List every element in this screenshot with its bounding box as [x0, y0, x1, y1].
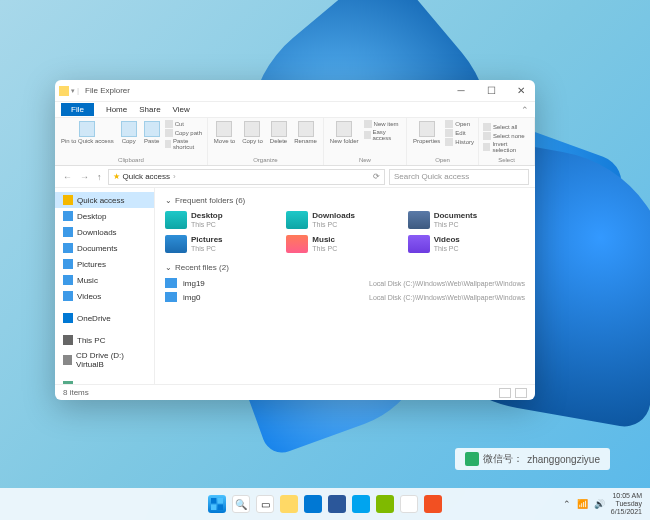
copy-path-icon: [165, 129, 173, 137]
documents-icon: [63, 243, 73, 253]
refresh-icon[interactable]: ⟳: [373, 172, 380, 181]
sidebar-item-quick-access[interactable]: Quick access: [55, 192, 154, 208]
invert-selection-button[interactable]: Invert selection: [483, 141, 530, 153]
tab-home[interactable]: Home: [106, 105, 127, 114]
edit-button[interactable]: Edit: [445, 129, 474, 137]
tab-file[interactable]: File: [61, 103, 94, 116]
move-to-button[interactable]: Move to: [212, 120, 237, 145]
open-icon: [445, 120, 453, 128]
sidebar-item-desktop[interactable]: Desktop: [55, 208, 154, 224]
frequent-folders-header[interactable]: ⌄Frequent folders (6): [165, 196, 525, 205]
clock[interactable]: 10:05 AMTuesday6/15/2021: [611, 492, 642, 515]
nav-forward-button[interactable]: →: [78, 172, 91, 182]
item-count: 8 items: [63, 388, 89, 397]
properties-button[interactable]: Properties: [411, 120, 442, 145]
nav-back-button[interactable]: ←: [61, 172, 74, 182]
folder-videos[interactable]: VideosThis PC: [408, 235, 525, 253]
address-bar[interactable]: ★ Quick access › ⟳: [108, 169, 386, 185]
new-item-button[interactable]: New item: [364, 120, 402, 128]
cd-icon: [63, 355, 72, 365]
open-button[interactable]: Open: [445, 120, 474, 128]
taskbar-search-icon[interactable]: 🔍: [232, 495, 250, 513]
sidebar-item-this-pc[interactable]: This PC: [55, 332, 154, 348]
nav-up-button[interactable]: ↑: [95, 172, 104, 182]
folder-desktop[interactable]: DesktopThis PC: [165, 211, 282, 229]
titlebar[interactable]: ▾| File Explorer ─ ☐ ✕: [55, 80, 535, 102]
downloads-icon: [63, 227, 73, 237]
folder-downloads[interactable]: DownloadsThis PC: [286, 211, 403, 229]
search-input[interactable]: Search Quick access: [389, 169, 529, 185]
taskbar[interactable]: 🔍 ▭ ⌃ 📶 🔊 10:05 AMTuesday6/15/2021: [0, 488, 650, 520]
delete-button[interactable]: Delete: [268, 120, 289, 145]
image-icon: [165, 292, 177, 302]
task-view-icon[interactable]: ▭: [256, 495, 274, 513]
folder-icon: [286, 211, 308, 229]
folder-documents[interactable]: DocumentsThis PC: [408, 211, 525, 229]
onedrive-icon: [63, 313, 73, 323]
sidebar-item-documents[interactable]: Documents: [55, 240, 154, 256]
star-icon: ★: [113, 172, 120, 181]
volume-tray-icon[interactable]: 🔊: [594, 499, 605, 509]
qa-dropdown-icon[interactable]: ▾: [71, 87, 75, 95]
ribbon-collapse-icon[interactable]: ⌃: [521, 105, 529, 115]
network-tray-icon[interactable]: 📶: [577, 499, 588, 509]
copy-path-button[interactable]: Copy path: [165, 129, 203, 137]
chevron-down-icon: ⌄: [165, 263, 172, 272]
folder-music[interactable]: MusicThis PC: [286, 235, 403, 253]
chevron-down-icon: ⌄: [165, 196, 172, 205]
select-none-button[interactable]: Select none: [483, 132, 530, 140]
taskbar-app-icon[interactable]: [400, 495, 418, 513]
history-icon: [445, 138, 453, 146]
system-tray[interactable]: ⌃ 📶 🔊 10:05 AMTuesday6/15/2021: [563, 492, 642, 515]
folder-icon: [408, 235, 430, 253]
sidebar-item-pictures[interactable]: Pictures: [55, 256, 154, 272]
cut-button[interactable]: Cut: [165, 120, 203, 128]
new-item-icon: [364, 120, 372, 128]
watermark: 微信号：zhanggongziyue: [455, 448, 610, 470]
address-location: Quick access: [123, 172, 171, 181]
copy-button[interactable]: Copy: [119, 120, 139, 145]
new-folder-button[interactable]: New folder: [328, 120, 361, 145]
recent-files-header[interactable]: ⌄Recent files (2): [165, 263, 525, 272]
view-icons-button[interactable]: [515, 388, 527, 398]
pin-quick-access-button[interactable]: Pin to Quick access: [59, 120, 116, 145]
folder-pictures[interactable]: PicturesThis PC: [165, 235, 282, 253]
sidebar-item-downloads[interactable]: Downloads: [55, 224, 154, 240]
taskbar-explorer-icon[interactable]: [280, 495, 298, 513]
window-title: File Explorer: [85, 86, 130, 95]
easy-access-button[interactable]: Easy access: [364, 129, 402, 141]
taskbar-store-icon[interactable]: [424, 495, 442, 513]
sidebar-item-music[interactable]: Music: [55, 272, 154, 288]
taskbar-edge-icon[interactable]: [304, 495, 322, 513]
copy-to-button[interactable]: Copy to: [240, 120, 265, 145]
recent-file[interactable]: img19Local Disk (C:)\Windows\Web\Wallpap…: [165, 278, 525, 288]
view-details-button[interactable]: [499, 388, 511, 398]
tab-view[interactable]: View: [173, 105, 190, 114]
paste-shortcut-button[interactable]: Paste shortcut: [165, 138, 203, 150]
tab-share[interactable]: Share: [139, 105, 160, 114]
close-button[interactable]: ✕: [511, 85, 531, 96]
folder-icon: [165, 235, 187, 253]
start-button[interactable]: [208, 495, 226, 513]
paste-button[interactable]: Paste: [142, 120, 162, 145]
sidebar-item-onedrive[interactable]: OneDrive: [55, 310, 154, 326]
folder-icon: [286, 235, 308, 253]
music-icon: [63, 275, 73, 285]
select-all-button[interactable]: Select all: [483, 123, 530, 131]
rename-button[interactable]: Rename: [292, 120, 319, 145]
taskbar-app-icon[interactable]: [328, 495, 346, 513]
maximize-button[interactable]: ☐: [481, 85, 501, 96]
tray-chevron-icon[interactable]: ⌃: [563, 499, 571, 509]
ribbon: Pin to Quick access Copy Paste Cut Copy …: [55, 118, 535, 166]
sidebar-item-cd-drive[interactable]: CD Drive (D:) VirtualB: [55, 348, 154, 372]
minimize-button[interactable]: ─: [451, 85, 471, 96]
sidebar: Quick access Desktop Downloads Documents…: [55, 188, 155, 384]
recent-file[interactable]: img0Local Disk (C:)\Windows\Web\Wallpape…: [165, 292, 525, 302]
taskbar-app-icon[interactable]: [352, 495, 370, 513]
content-pane: ⌄Frequent folders (6) DesktopThis PCDown…: [155, 188, 535, 384]
history-button[interactable]: History: [445, 138, 474, 146]
videos-icon: [63, 291, 73, 301]
taskbar-app-icon[interactable]: [376, 495, 394, 513]
easy-access-icon: [364, 131, 371, 139]
sidebar-item-videos[interactable]: Videos: [55, 288, 154, 304]
